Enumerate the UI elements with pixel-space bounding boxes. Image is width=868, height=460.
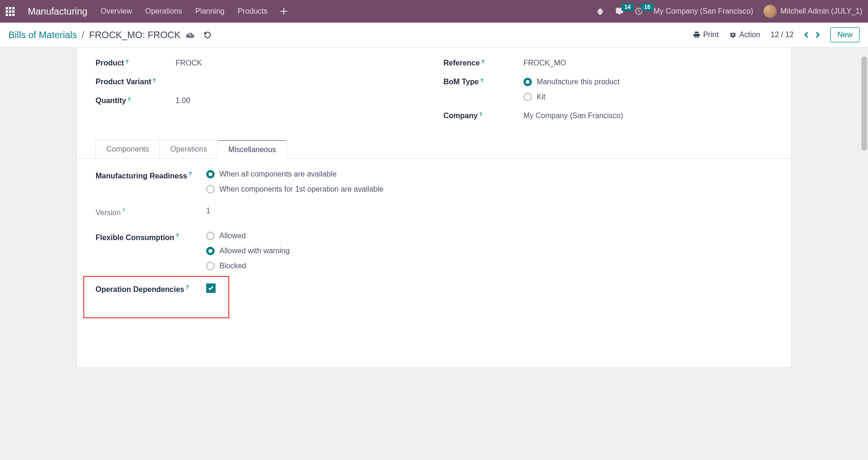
breadcrumb-root[interactable]: Bills of Materials (8, 30, 77, 40)
value-quantity[interactable]: 1.00 (176, 97, 190, 105)
form-right-column: Reference? FROCK_MO BoM Type? Manufactur… (443, 59, 772, 130)
value-reference[interactable]: FROCK_MO (523, 59, 566, 67)
field-bom-type: BoM Type? Manufacture this product Kit (443, 78, 772, 101)
radio-label-manufacture: Manufacture this product (537, 78, 619, 86)
pager-prev-icon[interactable] (804, 32, 809, 38)
help-icon[interactable]: ? (153, 78, 156, 83)
radio-label-first: When components for 1st operation are av… (219, 185, 384, 194)
radio-icon (523, 78, 532, 86)
radio-readiness-first[interactable]: When components for 1st operation are av… (206, 185, 385, 194)
messages-badge: 14 (621, 3, 633, 11)
radio-icon (206, 262, 215, 270)
value-op-deps (206, 283, 453, 293)
radio-manufacture[interactable]: Manufacture this product (523, 78, 619, 86)
help-icon[interactable]: ? (125, 59, 129, 65)
topbar-left: Manufacturing Overview Operations Planni… (6, 6, 287, 17)
topbar: Manufacturing Overview Operations Planni… (0, 0, 868, 23)
radio-icon (206, 170, 215, 178)
radio-flex-blocked[interactable]: Blocked (206, 262, 453, 270)
sheet-wrapper: Product? FROCK Product Variant? Quantity… (76, 48, 792, 368)
field-quantity: Quantity? 1.00 (96, 97, 425, 105)
help-icon[interactable]: ? (189, 171, 192, 177)
bom-type-radio-group: Manufacture this product Kit (523, 78, 619, 101)
form-sheet: Product? FROCK Product Variant? Quantity… (76, 48, 792, 368)
field-flex-consumption: Flexible Consumption? Allowed Allowed wi… (96, 232, 453, 270)
radio-readiness-all[interactable]: When all components are available (206, 170, 453, 178)
user-name: Mitchell Admin (JULY_1) (780, 7, 862, 16)
radio-label-all: When all components are available (219, 170, 337, 178)
field-reference: Reference? FROCK_MO (443, 59, 772, 67)
action-label: Action (739, 31, 760, 39)
company-switcher[interactable]: My Company (San Francisco) (653, 7, 753, 16)
nav-planning[interactable]: Planning (195, 7, 225, 16)
scrollbar-thumb[interactable] (861, 56, 867, 151)
action-button[interactable]: Action (729, 31, 760, 39)
field-company: Company? My Company (San Francisco) (443, 112, 772, 120)
discard-icon[interactable] (203, 31, 212, 39)
breadcrumb-current: FROCK_MO: FROCK (89, 30, 180, 40)
breadcrumb-separator: / (82, 30, 85, 40)
radio-label-kit: Kit (537, 93, 546, 101)
help-icon[interactable]: ? (479, 112, 482, 117)
help-icon[interactable]: ? (128, 97, 131, 102)
bug-icon[interactable] (596, 7, 604, 16)
flex-radio-group: Allowed Allowed with warning Blocked (206, 232, 453, 270)
readiness-radio-group: When all components are available When c… (206, 170, 453, 194)
op-deps-checkbox[interactable] (206, 283, 216, 293)
nav-overview[interactable]: Overview (101, 7, 132, 16)
pager-next-icon[interactable] (815, 32, 820, 38)
label-reference: Reference? (443, 59, 523, 67)
label-quantity: Quantity? (96, 97, 176, 105)
pager-arrows (804, 32, 820, 38)
help-icon[interactable]: ? (176, 233, 179, 238)
field-version: Version? 1 (96, 207, 453, 218)
annotation-highlight-box (83, 276, 229, 318)
help-icon[interactable]: ? (480, 78, 483, 83)
radio-kit[interactable]: Kit (523, 93, 619, 101)
radio-icon (206, 232, 215, 240)
notebook-tabs: Components Operations Miscellaneous (77, 140, 791, 159)
radio-flex-warning[interactable]: Allowed with warning (206, 247, 453, 255)
help-icon[interactable]: ? (481, 59, 484, 65)
radio-icon (206, 247, 215, 255)
tab-components[interactable]: Components (96, 140, 160, 158)
field-mfg-readiness: Manufacturing Readiness? When all compon… (96, 170, 453, 194)
messages-icon[interactable]: 14 (615, 7, 624, 16)
apps-icon[interactable] (6, 7, 15, 16)
help-icon[interactable]: ? (186, 284, 189, 290)
value-product[interactable]: FROCK (176, 59, 202, 67)
pager-count[interactable]: 12 / 12 (771, 31, 794, 39)
add-menu-icon[interactable] (281, 8, 287, 15)
app-brand[interactable]: Manufacturing (28, 6, 88, 17)
radio-icon (206, 185, 215, 194)
form-top-section: Product? FROCK Product Variant? Quantity… (96, 59, 772, 130)
tab-operations[interactable]: Operations (160, 140, 218, 158)
nav-products[interactable]: Products (238, 7, 267, 16)
new-button[interactable]: New (830, 27, 860, 42)
form-left-column: Product? FROCK Product Variant? Quantity… (96, 59, 425, 130)
print-button[interactable]: Print (693, 31, 719, 39)
tab-miscellaneous[interactable]: Miscellaneous (217, 140, 287, 159)
radio-label-allowed: Allowed (219, 232, 246, 240)
cloud-upload-icon[interactable] (185, 31, 195, 39)
topbar-right: 14 16 My Company (San Francisco) Mitchel… (596, 5, 862, 18)
breadcrumb: Bills of Materials / FROCK_MO: FROCK (8, 30, 212, 40)
radio-label-warning: Allowed with warning (219, 247, 289, 255)
radio-icon (523, 93, 532, 101)
user-menu[interactable]: Mitchell Admin (JULY_1) (764, 5, 862, 18)
label-version: Version? (96, 207, 206, 218)
help-icon[interactable]: ? (122, 208, 125, 213)
radio-label-blocked: Blocked (219, 262, 246, 270)
control-panel: Bills of Materials / FROCK_MO: FROCK Pri… (0, 23, 868, 48)
tab-content-miscellaneous: Manufacturing Readiness? When all compon… (96, 170, 453, 296)
label-mfg-readiness: Manufacturing Readiness? (96, 170, 206, 182)
value-company[interactable]: My Company (San Francisco) (523, 112, 623, 120)
value-version: 1 (206, 207, 453, 215)
nav-operations[interactable]: Operations (145, 7, 182, 16)
activities-badge: 16 (641, 3, 653, 11)
avatar-icon (764, 5, 777, 18)
label-flex-consumption: Flexible Consumption? (96, 232, 206, 243)
label-product: Product? (96, 59, 176, 67)
radio-flex-allowed[interactable]: Allowed (206, 232, 453, 240)
activities-icon[interactable]: 16 (635, 7, 643, 16)
